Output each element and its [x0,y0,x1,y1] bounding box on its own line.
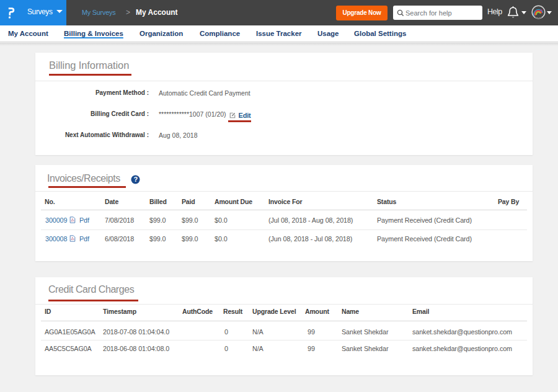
svg-text:?: ? [133,176,138,183]
